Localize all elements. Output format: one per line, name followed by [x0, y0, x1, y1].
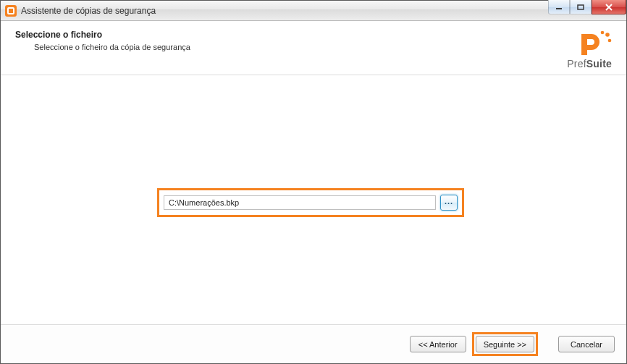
app-icon	[5, 5, 17, 17]
wizard-window: Assistente de cópias de segurança Selecc…	[0, 0, 627, 364]
svg-point-6	[608, 39, 612, 43]
close-button[interactable]	[592, 0, 626, 14]
wizard-content: ...	[1, 75, 626, 324]
cancel-button[interactable]: Cancelar	[558, 336, 615, 352]
file-path-input[interactable]	[164, 195, 436, 210]
wizard-header: Seleccione o ficheiro Seleccione o fiche…	[1, 21, 626, 75]
window-title: Assistente de cópias de segurança	[21, 6, 156, 16]
close-icon	[605, 4, 613, 11]
brand-logo: PrefSuite	[567, 30, 612, 69]
window-controls	[548, 0, 626, 14]
page-subtitle: Seleccione o ficheiro da cópia de segura…	[34, 43, 567, 51]
browse-button[interactable]: ...	[440, 195, 458, 211]
minimize-button[interactable]	[548, 0, 570, 14]
titlebar: Assistente de cópias de segurança	[1, 1, 626, 21]
brand-name-suffix: Suite	[586, 58, 612, 69]
page-title: Seleccione o ficheiro	[15, 30, 567, 40]
wizard-footer: << Anterior Seguinte >> Cancelar	[1, 324, 626, 363]
maximize-icon	[577, 4, 584, 10]
svg-rect-0	[556, 8, 562, 9]
minimize-icon	[555, 4, 563, 10]
svg-point-4	[601, 31, 605, 35]
previous-button[interactable]: << Anterior	[410, 336, 466, 352]
brand-name-prefix: Pref	[567, 58, 586, 69]
prefsuite-logo-icon	[578, 30, 612, 56]
next-button[interactable]: Seguinte >>	[476, 336, 534, 352]
file-select-row: ...	[157, 188, 464, 217]
svg-point-5	[605, 33, 610, 37]
ellipsis-icon: ...	[445, 197, 453, 206]
maximize-button[interactable]	[570, 0, 592, 14]
svg-rect-1	[578, 5, 584, 9]
header-text-block: Seleccione o ficheiro Seleccione o fiche…	[15, 30, 567, 51]
next-button-highlight: Seguinte >>	[472, 332, 538, 356]
brand-name: PrefSuite	[567, 59, 612, 69]
